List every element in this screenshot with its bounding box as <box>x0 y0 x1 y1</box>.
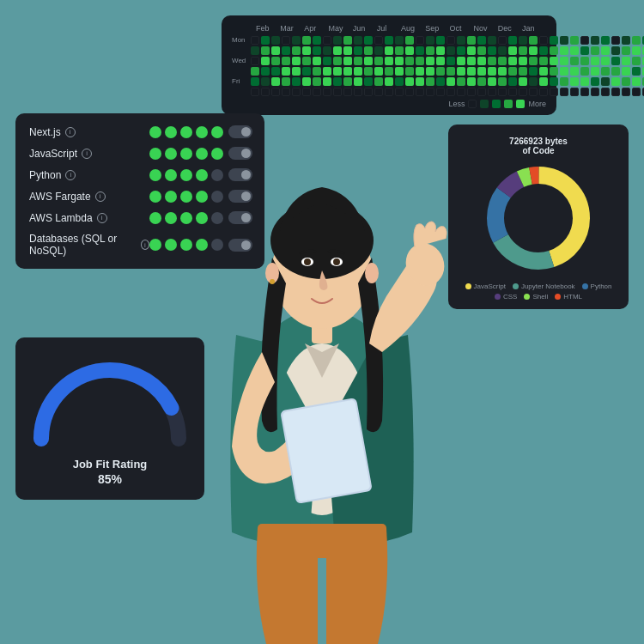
heatmap-cell <box>591 57 599 65</box>
heatmap-cell <box>251 36 259 45</box>
person-svg <box>185 60 459 644</box>
heatmap-cell <box>323 46 331 55</box>
heatmap-cell <box>302 36 311 45</box>
heatmap-cell <box>292 46 301 55</box>
heatmap-cell <box>436 46 445 55</box>
heatmap-cell <box>313 46 321 55</box>
heatmap-cell <box>539 67 548 76</box>
heatmap-column <box>498 36 507 96</box>
heatmap-cell <box>529 36 538 45</box>
heatmap-cell <box>395 36 404 45</box>
skill-info-python[interactable]: i <box>65 170 76 180</box>
heatmap-cell <box>405 36 414 45</box>
heatmap-cell <box>529 46 538 55</box>
heatmap-column <box>560 36 568 96</box>
month-jan: Jan <box>522 24 546 33</box>
gauge-value: 85% <box>29 472 191 486</box>
heatmap-cell <box>343 36 352 45</box>
heatmap-cell <box>591 88 599 96</box>
heatmap-cell <box>580 77 589 86</box>
heatmap-cell <box>467 67 476 76</box>
skill-info-nextjs[interactable]: i <box>65 127 76 137</box>
heatmap-cell <box>467 36 476 45</box>
legend-cell-3 <box>504 100 513 108</box>
month-nov: Nov <box>474 24 498 33</box>
month-apr: Apr <box>304 24 328 33</box>
heatmap-cell <box>271 46 280 55</box>
heatmap-cell <box>261 36 270 45</box>
heatmap-cell <box>611 67 620 76</box>
heatmap-cell <box>622 36 630 45</box>
gauge-card: Job Fit Rating 85% <box>15 337 204 500</box>
heatmap-cell <box>405 46 414 55</box>
heatmap-cell <box>477 88 486 96</box>
heatmap-cell <box>374 36 383 45</box>
heatmap-cell <box>447 36 455 45</box>
heatmap-cell <box>426 36 434 45</box>
heatmap-cell <box>580 36 589 45</box>
heatmap-cell <box>570 57 579 65</box>
heatmap-column <box>591 36 599 96</box>
heatmap-column <box>519 36 527 96</box>
legend-html: HTML <box>555 293 582 301</box>
heatmap-cell <box>560 88 568 96</box>
heatmap-cell <box>498 77 507 86</box>
donut-svg <box>483 162 594 274</box>
heatmap-cell <box>488 88 496 96</box>
legend-cell-2 <box>492 100 501 108</box>
heatmap-cell <box>354 36 362 45</box>
heatmap-cell <box>519 46 527 55</box>
heatmap-cell <box>622 77 630 86</box>
heatmap-cell <box>374 46 383 55</box>
month-sep: Sep <box>425 24 449 33</box>
skill-info-javascript[interactable]: i <box>82 149 92 159</box>
heatmap-cell <box>488 57 496 65</box>
skill-info-aws-lambda[interactable]: i <box>97 213 107 223</box>
heatmap-cell <box>550 77 558 86</box>
heatmap-cell <box>611 46 620 55</box>
month-aug: Aug <box>401 24 425 33</box>
heatmap-column <box>467 36 476 96</box>
heatmap-cell <box>632 67 641 76</box>
heatmap-cell <box>313 36 321 45</box>
heatmap-cell <box>261 46 270 55</box>
heatmap-cell <box>580 46 589 55</box>
svg-rect-15 <box>282 399 370 501</box>
heatmap-cell <box>508 77 517 86</box>
heatmap-cell <box>477 67 486 76</box>
heatmap-cell <box>632 46 641 55</box>
heatmap-cell <box>519 36 527 45</box>
heatmap-cell <box>343 46 352 55</box>
month-feb: Feb <box>256 24 280 33</box>
month-oct: Oct <box>449 24 473 33</box>
heatmap-cell <box>539 88 548 96</box>
heatmap-cell <box>601 77 610 86</box>
heatmap-cell <box>251 46 259 55</box>
heatmap-cell <box>508 88 517 96</box>
heatmap-cell <box>611 57 620 65</box>
skill-label-javascript: JavaScript i <box>29 148 149 160</box>
heatmap-cell <box>560 57 568 65</box>
heatmap-cell <box>529 67 538 76</box>
heatmap-cell <box>550 57 558 65</box>
heatmap-cell <box>539 46 548 55</box>
skill-info-aws-fargate[interactable]: i <box>95 191 106 202</box>
heatmap-cell <box>519 88 527 96</box>
heatmap-cell <box>364 46 373 55</box>
donut-legend: JavaScript Jupyter Notebook Python CSS S… <box>459 283 618 301</box>
skill-info-databases[interactable]: i <box>141 240 149 250</box>
heatmap-cell <box>580 67 589 76</box>
heatmap-cell <box>447 46 455 55</box>
heatmap-cell <box>570 67 579 76</box>
donut-card: 7266923 bytes of Code JavaScript Jupyter… <box>448 125 629 309</box>
skill-label-aws-fargate: AWS Fargate i <box>29 191 149 203</box>
heatmap-cell <box>529 88 538 96</box>
heatmap-cell <box>467 57 476 65</box>
heatmap-cell <box>457 36 465 45</box>
heatmap-cell <box>395 46 404 55</box>
heatmap-cell <box>498 67 507 76</box>
heatmap-cell <box>570 36 579 45</box>
heatmap-cell <box>560 67 568 76</box>
heatmap-column <box>632 36 641 96</box>
heatmap-cell <box>560 46 568 55</box>
